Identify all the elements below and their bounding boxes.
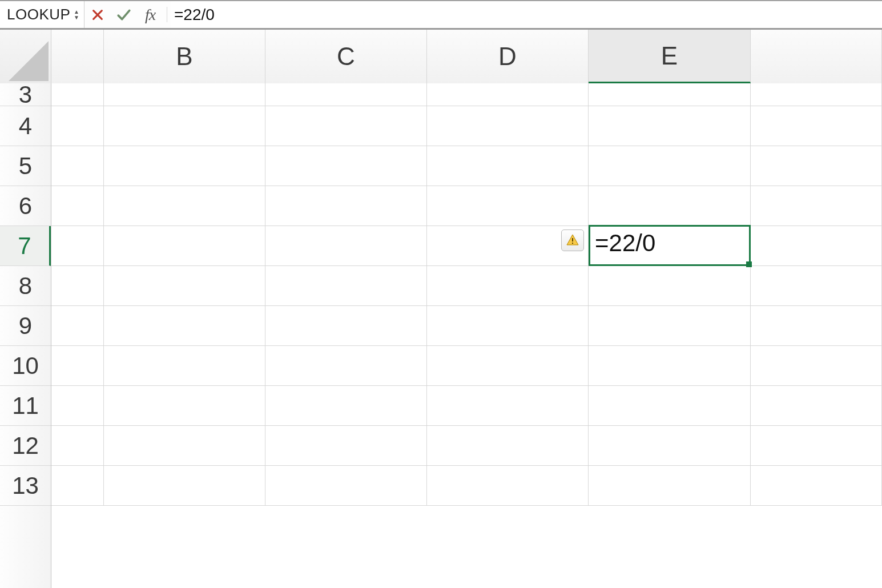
cell-D11[interactable] [427, 386, 589, 426]
row-header-7[interactable]: 7 [0, 226, 51, 266]
cell-F9[interactable] [751, 306, 882, 346]
cell-C3[interactable] [265, 83, 427, 106]
row-header-8[interactable]: 8 [0, 266, 51, 306]
stepper-icon[interactable]: ▲▼ [74, 10, 79, 20]
row-header-11[interactable]: 11 [0, 386, 51, 426]
cell-A5[interactable] [51, 146, 104, 186]
column-header-C[interactable]: C [265, 30, 427, 83]
cell-C7[interactable] [265, 226, 427, 266]
cell-E12[interactable] [589, 426, 751, 466]
row-header-10[interactable]: 10 [0, 346, 51, 386]
cell-F5[interactable] [751, 146, 882, 186]
cell-A3[interactable] [51, 83, 104, 106]
cell-B6[interactable] [104, 186, 265, 226]
cell-C4[interactable] [265, 106, 427, 146]
cell-B8[interactable] [104, 266, 265, 306]
cell-E10[interactable] [589, 346, 751, 386]
cell-D3[interactable] [427, 83, 589, 106]
cell-A13[interactable] [51, 466, 104, 506]
column-header-F[interactable] [751, 30, 882, 83]
cell-F8[interactable] [751, 266, 882, 306]
cell-D9[interactable] [427, 306, 589, 346]
grid-row-6 [51, 186, 882, 226]
select-all-corner[interactable] [0, 30, 51, 83]
cell-F13[interactable] [751, 466, 882, 506]
cell-F7[interactable] [751, 226, 882, 266]
row-header-column: 3 4 5 6 7 8 9 10 11 12 13 [0, 83, 51, 588]
cell-C9[interactable] [265, 306, 427, 346]
cell-C6[interactable] [265, 186, 427, 226]
cell-F3[interactable] [751, 83, 882, 106]
row-header-4[interactable]: 4 [0, 106, 51, 146]
cell-A6[interactable] [51, 186, 104, 226]
cell-A12[interactable] [51, 426, 104, 466]
cell-E4[interactable] [589, 106, 751, 146]
name-box-text: LOOKUP [7, 6, 71, 23]
cell-B10[interactable] [104, 346, 265, 386]
row-header-3[interactable]: 3 [0, 83, 51, 106]
cell-D12[interactable] [427, 426, 589, 466]
cell-E3[interactable] [589, 83, 751, 106]
cell-E11[interactable] [589, 386, 751, 426]
row-header-13[interactable]: 13 [0, 466, 51, 506]
cell-B4[interactable] [104, 106, 265, 146]
cell-C8[interactable] [265, 266, 427, 306]
cell-A10[interactable] [51, 346, 104, 386]
column-header-D[interactable]: D [427, 30, 589, 83]
column-header-B[interactable]: B [104, 30, 265, 83]
cell-D10[interactable] [427, 346, 589, 386]
cell-B5[interactable] [104, 146, 265, 186]
active-cell-E7[interactable]: =22/0 [589, 225, 751, 266]
grid-row-9 [51, 306, 882, 346]
grid-row-13 [51, 466, 882, 506]
confirm-button[interactable] [111, 1, 137, 28]
cell-C11[interactable] [265, 386, 427, 426]
cell-F12[interactable] [751, 426, 882, 466]
grid-row-12 [51, 426, 882, 466]
cell-B7[interactable] [104, 226, 265, 266]
cell-F10[interactable] [751, 346, 882, 386]
cell-D13[interactable] [427, 466, 589, 506]
cell-E9[interactable] [589, 306, 751, 346]
cell-D8[interactable] [427, 266, 589, 306]
cell-B13[interactable] [104, 466, 265, 506]
row-header-5[interactable]: 5 [0, 146, 51, 186]
cancel-icon [91, 9, 104, 21]
cell-C13[interactable] [265, 466, 427, 506]
cell-D4[interactable] [427, 106, 589, 146]
formula-input-text: =22/0 [174, 6, 215, 24]
insert-function-button[interactable]: fx [137, 1, 163, 28]
row-header-6[interactable]: 6 [0, 186, 51, 226]
cell-E6[interactable] [589, 186, 751, 226]
svg-rect-1 [572, 243, 573, 244]
formula-input[interactable]: =22/0 [171, 1, 882, 28]
column-header-E[interactable]: E [589, 30, 751, 83]
cell-F6[interactable] [751, 186, 882, 226]
cell-A4[interactable] [51, 106, 104, 146]
cell-C12[interactable] [265, 426, 427, 466]
cell-C10[interactable] [265, 346, 427, 386]
row-header-9[interactable]: 9 [0, 306, 51, 346]
error-smart-tag[interactable] [561, 229, 584, 251]
cell-E5[interactable] [589, 146, 751, 186]
cell-B9[interactable] [104, 306, 265, 346]
cell-A9[interactable] [51, 306, 104, 346]
cell-B3[interactable] [104, 83, 265, 106]
column-header-A[interactable] [51, 30, 104, 83]
cell-D5[interactable] [427, 146, 589, 186]
cell-C5[interactable] [265, 146, 427, 186]
fill-handle[interactable] [746, 261, 752, 267]
cell-E13[interactable] [589, 466, 751, 506]
cell-F4[interactable] [751, 106, 882, 146]
cell-B11[interactable] [104, 386, 265, 426]
cell-A8[interactable] [51, 266, 104, 306]
cell-B12[interactable] [104, 426, 265, 466]
cancel-button[interactable] [84, 1, 111, 28]
cell-D6[interactable] [427, 186, 589, 226]
cell-A7[interactable] [51, 226, 104, 266]
cell-E8[interactable] [589, 266, 751, 306]
cell-A11[interactable] [51, 386, 104, 426]
name-box[interactable]: LOOKUP ▲▼ [0, 1, 84, 28]
row-header-12[interactable]: 12 [0, 426, 51, 466]
cell-F11[interactable] [751, 386, 882, 426]
